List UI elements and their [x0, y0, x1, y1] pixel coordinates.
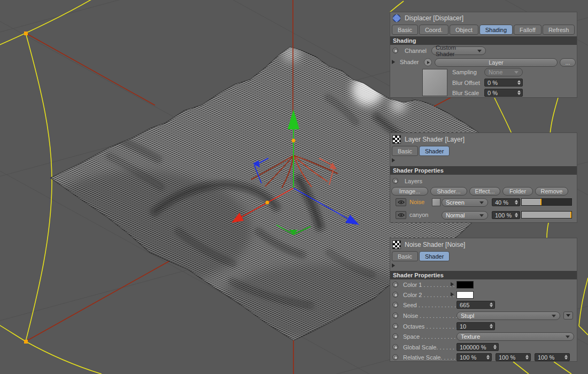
falloff-radius-handle-top[interactable]: [24, 32, 28, 35]
visibility-eye-icon[interactable]: [396, 198, 406, 206]
spinner-arrows-icon[interactable]: [525, 355, 529, 360]
radio-color2[interactable]: [392, 292, 398, 298]
blend-mode-dropdown[interactable]: Normal: [442, 211, 488, 220]
radio-space[interactable]: [392, 333, 398, 339]
layers-label: Layers: [405, 178, 422, 184]
noise-preview-button[interactable]: [563, 311, 573, 320]
blur-offset-label: Blur Offset: [452, 80, 480, 86]
space-dropdown[interactable]: Texture: [457, 332, 574, 341]
expand-arrow-icon[interactable]: [392, 60, 395, 64]
tab-falloff[interactable]: Falloff: [514, 25, 541, 35]
sampling-dropdown: None: [484, 68, 523, 76]
global-scale-field[interactable]: 100000 %: [457, 343, 499, 351]
layer-name[interactable]: canyon: [409, 212, 428, 218]
layer-opacity-slider[interactable]: [521, 211, 572, 219]
blend-mode-value: Screen: [446, 199, 465, 206]
octaves-field[interactable]: 10: [457, 322, 495, 330]
relative-scale-z-field[interactable]: 100 %: [535, 353, 570, 361]
spinner-arrows-icon[interactable]: [515, 200, 518, 205]
tab-object[interactable]: Object: [450, 25, 478, 35]
spinner-arrows-icon[interactable]: [486, 355, 490, 360]
panel-noise-shader-attributes: Noise Shader [Noise] Basic Shader Shader…: [390, 238, 577, 362]
layer-opacity-field[interactable]: 40 %: [492, 198, 520, 206]
cinema4d-window: Displacer [Displacer] Basic Coord. Objec…: [0, 0, 588, 374]
spinner-arrows-icon[interactable]: [517, 90, 521, 95]
sampling-label: Sampling: [452, 69, 477, 75]
shader-button[interactable]: Shader...: [430, 187, 467, 196]
remove-button-label: Remove: [541, 188, 563, 194]
spinner-arrows-icon[interactable]: [490, 302, 493, 307]
layer-thumbnail[interactable]: [432, 198, 440, 206]
spinner-arrows-icon[interactable]: [493, 345, 497, 349]
layer-opacity-field[interactable]: 100 %: [492, 211, 520, 219]
expand-arrow-icon[interactable]: [392, 263, 395, 268]
color1-swatch[interactable]: [457, 281, 474, 289]
expand-arrow-icon[interactable]: [451, 282, 454, 286]
radio-relative-scale[interactable]: [392, 354, 398, 360]
seed-value: 665: [460, 302, 469, 308]
radio-channel[interactable]: [392, 48, 398, 53]
relative-scale-x-field[interactable]: 100 %: [457, 353, 492, 361]
tab-refresh[interactable]: Refresh: [543, 25, 575, 35]
tab-bar: Basic Shader: [392, 251, 450, 261]
falloff-radius-handle-bottom[interactable]: [24, 340, 28, 344]
chevron-down-icon: [514, 71, 519, 74]
radio-noise[interactable]: [392, 313, 398, 318]
chevron-down-icon: [479, 214, 484, 217]
effect-button[interactable]: Effect...: [469, 187, 500, 196]
shader-link-button[interactable]: Layer: [435, 58, 558, 67]
channel-dropdown[interactable]: Custom Shader: [431, 46, 486, 55]
blur-offset-field[interactable]: 0 %: [484, 79, 523, 87]
folder-button-label: Folder: [509, 188, 526, 194]
seed-label: Seed . . . . . . . . . . . . .: [403, 302, 459, 308]
blur-offset-value: 0 %: [488, 80, 498, 86]
expand-arrow-icon[interactable]: [451, 292, 454, 297]
relative-scale-y-field[interactable]: 100 %: [496, 353, 531, 361]
shader-link-arrow-button[interactable]: [424, 58, 432, 66]
space-value: Texture: [461, 333, 480, 340]
tab-basic[interactable]: Basic: [392, 251, 418, 261]
chevron-down-icon: [477, 50, 482, 52]
layer-opacity-value: 40 %: [495, 199, 508, 206]
spinner-arrows-icon[interactable]: [490, 324, 493, 329]
section-header-shading: Shading: [390, 36, 577, 45]
section-header-shader-properties: Shader Properties: [390, 271, 577, 279]
layer-name[interactable]: Noise: [409, 199, 424, 205]
tab-coord[interactable]: Coord.: [419, 25, 448, 35]
shader-button-label: Shader...: [437, 188, 460, 194]
spinner-arrows-icon[interactable]: [564, 355, 568, 360]
relative-scale-label: Relative Scale. . . . . . .: [403, 354, 462, 361]
expand-arrow-icon[interactable]: [392, 158, 395, 162]
shader-browse-button[interactable]: ...: [560, 58, 576, 67]
radio-seed[interactable]: [392, 302, 398, 308]
folder-button[interactable]: Folder: [502, 187, 533, 196]
spinner-arrows-icon[interactable]: [517, 80, 521, 85]
radio-layers[interactable]: [392, 178, 398, 184]
blur-scale-field[interactable]: 0 %: [484, 89, 523, 97]
relative-scale-z-value: 100 %: [538, 354, 554, 361]
blend-mode-dropdown[interactable]: Screen: [442, 198, 488, 207]
tab-shader[interactable]: Shader: [419, 251, 450, 261]
noise-type-value: Stupl: [461, 313, 474, 319]
tab-basic[interactable]: Basic: [392, 25, 418, 35]
spinner-arrows-icon[interactable]: [515, 213, 518, 217]
radio-global-scale[interactable]: [392, 344, 398, 350]
octaves-value: 10: [460, 323, 466, 330]
tab-shading[interactable]: Shading: [479, 25, 513, 35]
shader-link-value: Layer: [489, 59, 504, 66]
chevron-down-icon: [479, 201, 484, 204]
gizmo-x-handle: [266, 201, 269, 205]
tab-shader[interactable]: Shader: [419, 146, 450, 156]
shader-preview-thumbnail[interactable]: [422, 69, 447, 96]
remove-button[interactable]: Remove: [535, 187, 568, 196]
relative-scale-x-value: 100 %: [460, 354, 476, 361]
seed-field[interactable]: 665: [457, 301, 495, 309]
radio-color1[interactable]: [392, 282, 398, 287]
noise-type-dropdown[interactable]: Stupl: [457, 311, 560, 320]
visibility-eye-icon[interactable]: [396, 211, 406, 219]
layer-opacity-slider[interactable]: [521, 198, 572, 206]
color2-swatch[interactable]: [457, 291, 474, 299]
tab-basic[interactable]: Basic: [392, 146, 418, 156]
image-button[interactable]: Image...: [391, 187, 428, 196]
radio-octaves[interactable]: [392, 323, 398, 329]
